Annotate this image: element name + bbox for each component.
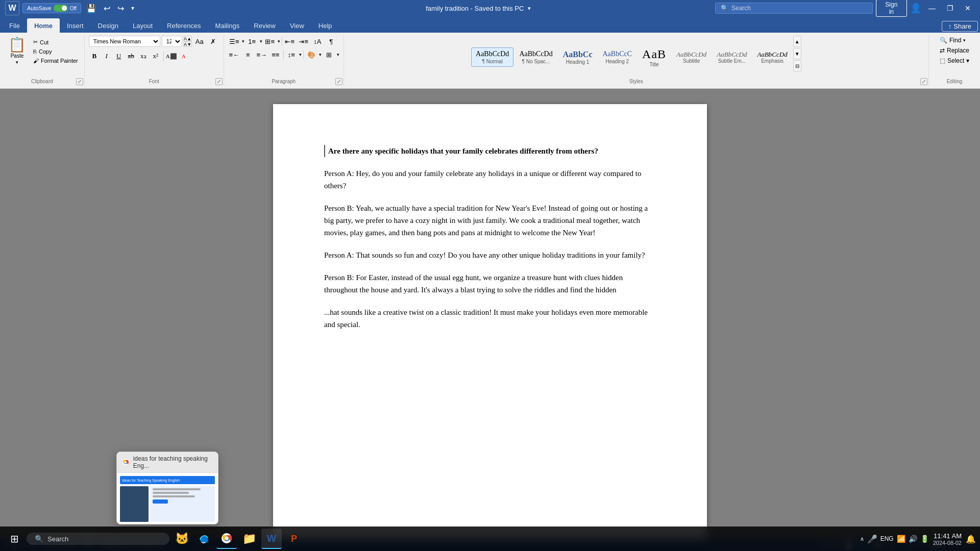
chrome-icon[interactable] bbox=[216, 529, 237, 549]
multilevel-dropdown[interactable]: ▾ bbox=[278, 39, 280, 44]
tab-review[interactable]: Review bbox=[247, 18, 283, 33]
microphone-icon[interactable]: 🎤 bbox=[867, 534, 877, 544]
font-size-increase[interactable]: A▲ bbox=[184, 36, 192, 41]
style-heading1[interactable]: AaBbCc Heading 1 bbox=[558, 47, 597, 67]
find-button[interactable]: 🔍 Find ▾ bbox=[936, 36, 973, 45]
cut-button[interactable]: ✂ Cut bbox=[31, 38, 80, 46]
save-icon[interactable]: 💾 bbox=[84, 3, 99, 14]
text-highlight-button[interactable]: A⬛ bbox=[166, 51, 177, 62]
borders-button[interactable]: ⊞ bbox=[323, 49, 335, 60]
bold-button[interactable]: B bbox=[89, 51, 100, 62]
font-size-decrease[interactable]: A▼ bbox=[184, 41, 192, 47]
chevron-icon[interactable]: ∧ bbox=[860, 536, 864, 542]
bullets-dropdown[interactable]: ▾ bbox=[242, 39, 244, 44]
show-marks-button[interactable]: ¶ bbox=[325, 36, 337, 47]
superscript-button[interactable]: x² bbox=[150, 51, 161, 62]
style-title[interactable]: AaB Title bbox=[638, 44, 671, 70]
start-button[interactable]: ⊞ bbox=[4, 529, 24, 549]
tab-mailings[interactable]: Mailings bbox=[208, 18, 247, 33]
font-color-button[interactable]: A bbox=[178, 51, 189, 62]
font-expand-btn[interactable]: ⤢ bbox=[215, 78, 223, 85]
restore-button[interactable]: ❐ bbox=[943, 0, 958, 16]
tab-insert[interactable]: Insert bbox=[60, 18, 91, 33]
battery-icon[interactable]: 🔋 bbox=[920, 535, 929, 543]
styles-more[interactable]: ⊟ bbox=[793, 60, 801, 71]
tab-home[interactable]: Home bbox=[27, 18, 60, 33]
shading-button[interactable]: 🎨 bbox=[305, 49, 317, 60]
style-subtitle[interactable]: AaBbCcDd Subtitle bbox=[672, 48, 711, 67]
replace-button[interactable]: ⇄ Replace bbox=[936, 46, 973, 55]
multilevel-button[interactable]: ⊞≡ bbox=[264, 36, 276, 47]
share-button[interactable]: ↑ Share bbox=[942, 21, 978, 32]
styles-scroll-down[interactable]: ▼ bbox=[793, 48, 801, 59]
align-center-button[interactable]: ≡ bbox=[242, 49, 254, 60]
increase-indent-button[interactable]: ⇥≡ bbox=[298, 36, 310, 47]
change-case-button[interactable]: Aa bbox=[193, 36, 206, 47]
underline-button[interactable]: U bbox=[113, 51, 125, 62]
bullets-button[interactable]: ☰≡ bbox=[228, 36, 240, 47]
notification-icon[interactable]: 🔔 bbox=[966, 534, 976, 544]
tab-layout[interactable]: Layout bbox=[126, 18, 160, 33]
redo-icon[interactable]: ↪ bbox=[115, 3, 126, 14]
undo-icon[interactable]: ↩ bbox=[102, 3, 112, 14]
italic-button[interactable]: I bbox=[101, 51, 112, 62]
clipboard-expand-btn[interactable]: ⤢ bbox=[76, 78, 83, 85]
title-search-input[interactable] bbox=[731, 5, 867, 12]
font-name-select[interactable]: Times New Roman bbox=[89, 36, 160, 47]
justify-button[interactable]: ≡≡ bbox=[270, 49, 282, 60]
align-left-button[interactable]: ≡← bbox=[228, 49, 240, 60]
clear-formatting-button[interactable]: ✗ bbox=[207, 36, 219, 47]
align-right-button[interactable]: ≡→ bbox=[256, 49, 268, 60]
widgets-icon[interactable]: 🐱 bbox=[172, 529, 192, 549]
tab-view[interactable]: View bbox=[283, 18, 311, 33]
tab-design[interactable]: Design bbox=[91, 18, 126, 33]
file-explorer-icon[interactable]: 📁 bbox=[239, 529, 259, 549]
chrome-popup[interactable]: ideas for teaching speaking Eng... Ideas… bbox=[116, 452, 218, 524]
style-no-spacing[interactable]: AaBbCcDd ¶ No Spac... bbox=[514, 47, 557, 67]
tab-references[interactable]: References bbox=[160, 18, 208, 33]
borders-dropdown[interactable]: ▾ bbox=[337, 52, 339, 57]
style-emphasis[interactable]: AaBbCcDd Emphasis bbox=[752, 48, 792, 67]
edge-icon[interactable] bbox=[194, 529, 214, 549]
customize-icon[interactable]: ▾ bbox=[129, 4, 136, 13]
find-dropdown[interactable]: ▾ bbox=[963, 38, 966, 43]
style-subtle-emphasis[interactable]: AaBbCcDd Subtle Em... bbox=[712, 48, 751, 67]
clock[interactable]: 11:41 AM 2024-08-02 bbox=[933, 532, 962, 546]
paragraph-expand-btn[interactable]: ⤢ bbox=[335, 78, 342, 85]
title-search-box[interactable]: 🔍 bbox=[715, 3, 873, 14]
autosave-toggle[interactable] bbox=[54, 5, 68, 12]
styles-scroll-up[interactable]: ▲ bbox=[793, 36, 801, 47]
subscript-button[interactable]: x₂ bbox=[138, 51, 149, 62]
profile-icon[interactable]: 👤 bbox=[910, 3, 921, 14]
volume-icon[interactable]: 🔊 bbox=[909, 535, 917, 543]
wifi-icon[interactable]: 📶 bbox=[897, 535, 905, 543]
numbering-button[interactable]: 1≡ bbox=[246, 36, 258, 47]
minimize-button[interactable]: — bbox=[924, 0, 940, 16]
sort-button[interactable]: ↕A bbox=[311, 36, 324, 47]
doc-title-dropdown[interactable]: ▾ bbox=[528, 5, 531, 12]
strikethrough-button[interactable]: ab bbox=[126, 51, 137, 62]
tab-file[interactable]: File bbox=[2, 18, 27, 33]
select-button[interactable]: ⬚ Select ▾ bbox=[936, 56, 973, 65]
sign-in-button[interactable]: Sign in bbox=[876, 0, 907, 17]
copy-button[interactable]: ⎘ Copy bbox=[31, 47, 80, 56]
document-page[interactable]: Are there any specific holidays that you… bbox=[273, 104, 707, 539]
powerpoint-icon[interactable]: P bbox=[284, 529, 304, 549]
autosave-button[interactable]: AutoSave Off bbox=[22, 3, 81, 13]
numbering-dropdown[interactable]: ▾ bbox=[260, 39, 262, 44]
language-indicator[interactable]: ENG bbox=[880, 535, 894, 542]
font-size-select[interactable]: 12 bbox=[162, 36, 182, 47]
word-taskbar-icon[interactable]: W bbox=[261, 529, 282, 549]
line-spacing-button[interactable]: ↕≡ bbox=[285, 49, 298, 60]
styles-expand-btn[interactable]: ⤢ bbox=[920, 78, 927, 85]
style-normal[interactable]: AaBbCcDd ¶ Normal bbox=[471, 47, 513, 67]
taskbar-search[interactable]: 🔍 Search bbox=[27, 533, 169, 545]
line-spacing-dropdown[interactable]: ▾ bbox=[299, 52, 302, 57]
shading-dropdown[interactable]: ▾ bbox=[319, 52, 322, 57]
format-painter-button[interactable]: 🖌 Format Painter bbox=[31, 57, 80, 65]
close-button[interactable]: ✕ bbox=[961, 0, 975, 16]
style-heading2[interactable]: AaBbCcC Heading 2 bbox=[598, 47, 636, 67]
paste-button[interactable]: 📋 Paste ▾ bbox=[4, 36, 30, 67]
decrease-indent-button[interactable]: ⇤≡ bbox=[284, 36, 296, 47]
tab-help[interactable]: Help bbox=[311, 18, 339, 33]
